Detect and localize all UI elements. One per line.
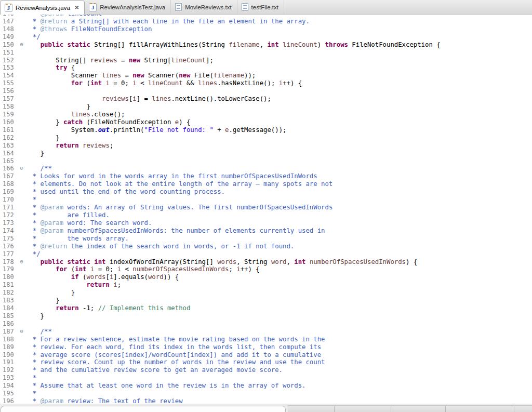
fold-marker-icon[interactable]: ⊖ [18, 258, 25, 266]
line-number[interactable]: 183 [0, 297, 18, 304]
close-icon[interactable]: ✕ [75, 5, 79, 10]
code-line[interactable]: 164 } [0, 150, 532, 157]
line-number[interactable]: 165 [0, 157, 18, 165]
line-number[interactable]: 174 [0, 227, 18, 235]
code-line[interactable]: 186 [0, 320, 532, 328]
code-line[interactable]: 180 if (words[i].equals(word)) { [0, 273, 532, 281]
tab-reviewanalysis-java[interactable]: JReviewAnalysis.java✕ [0, 0, 85, 15]
code-line[interactable]: 155 for (int i = 0; i < lineCount && lin… [0, 79, 532, 87]
line-number[interactable]: 176 [0, 243, 18, 250]
line-number[interactable]: 184 [0, 304, 18, 312]
line-number[interactable]: 186 [0, 320, 18, 328]
line-number[interactable]: 194 [0, 382, 18, 390]
code-line[interactable]: 157 reviews[i] = lines.nextLine().toLowe… [0, 95, 532, 103]
code-line[interactable]: 154 Scanner lines = new Scanner(new File… [0, 72, 532, 79]
line-number[interactable]: 178 [0, 258, 18, 266]
code-line[interactable]: 159 lines.close(); [0, 111, 532, 118]
line-number[interactable]: 173 [0, 219, 18, 227]
code-line[interactable]: 190 * average score (scores[index]/wordC… [0, 351, 532, 359]
line-number[interactable]: 167 [0, 172, 18, 180]
line-number[interactable]: 166 [0, 165, 18, 172]
line-number[interactable]: 180 [0, 273, 18, 281]
code-line[interactable]: 147 * @return a String[] with each line … [0, 18, 532, 25]
code-line[interactable]: 171 * @param words: An array of String v… [0, 204, 532, 211]
code-line[interactable]: 194 * Assume that at least one word in t… [0, 382, 532, 390]
line-number[interactable]: 158 [0, 103, 18, 111]
line-number[interactable]: 175 [0, 235, 18, 243]
line-number[interactable]: 151 [0, 49, 18, 57]
code-line[interactable]: 174 * @param numberOfSpacesUsedInWords: … [0, 227, 532, 235]
line-number[interactable]: 149 [0, 33, 18, 41]
line-number[interactable]: 162 [0, 134, 18, 142]
code-line[interactable]: 168 * elements. Do not look at the entir… [0, 180, 532, 188]
line-number[interactable]: 163 [0, 142, 18, 150]
fold-marker-icon[interactable]: ⊖ [18, 41, 25, 49]
code-line[interactable]: 166⊖ /** [0, 165, 532, 172]
code-line[interactable]: 169 * used until the end of the word cou… [0, 188, 532, 196]
line-number[interactable]: 192 [0, 366, 18, 374]
code-line[interactable]: 163 return reviews; [0, 142, 532, 150]
tab-reviewanalysistest-java[interactable]: JReviewAnalysisTest.java [85, 0, 171, 14]
line-number[interactable]: 193 [0, 374, 18, 382]
fold-marker-icon[interactable]: ⊖ [18, 328, 25, 336]
code-line[interactable]: 162 } [0, 134, 532, 142]
code-line[interactable]: 182 } [0, 289, 532, 297]
code-line[interactable]: 151 [0, 49, 532, 57]
code-line[interactable]: 192 * and the cumulative review score to… [0, 366, 532, 374]
line-number[interactable]: 181 [0, 281, 18, 289]
line-number[interactable]: 164 [0, 150, 18, 157]
code-line[interactable]: 179 for (int i = 0; i < numberOfSpacesUs… [0, 265, 532, 273]
code-line[interactable]: 150⊖ public static String[] fillArrayWit… [0, 41, 532, 49]
code-line[interactable]: 185 } [0, 312, 532, 320]
code-line[interactable]: 175 * the words array. [0, 235, 532, 243]
line-number[interactable]: 150 [0, 41, 18, 49]
line-number[interactable]: 177 [0, 250, 18, 258]
code-line[interactable]: 176 * @return the index of the search wo… [0, 243, 532, 250]
line-number[interactable]: 147 [0, 18, 18, 25]
line-number[interactable]: 172 [0, 211, 18, 219]
line-number[interactable]: 182 [0, 289, 18, 297]
line-number[interactable]: 188 [0, 336, 18, 343]
code-line[interactable]: 177 */ [0, 250, 532, 258]
code-line[interactable]: 184 return -1; // Implement this method [0, 304, 532, 312]
code-line[interactable]: 172 * are filled. [0, 211, 532, 219]
code-line[interactable]: 188 * For a review sentence, estimate th… [0, 336, 532, 343]
code-line[interactable]: 152 String[] reviews = new String[lineCo… [0, 57, 532, 64]
code-line[interactable]: 173 * @param word: The search word. [0, 219, 532, 227]
code-line[interactable]: 181 return i; [0, 281, 532, 289]
code-line[interactable]: 191 * review score. Count up the number … [0, 358, 532, 366]
tab-moviereviews-txt[interactable]: MovieReviews.txt [171, 0, 237, 14]
code-line[interactable]: 165 [0, 157, 532, 165]
code-line[interactable]: 149 */ [0, 33, 532, 41]
line-number[interactable]: 160 [0, 118, 18, 126]
line-number[interactable]: 156 [0, 87, 18, 95]
code-line[interactable]: 161 System.out.println("File not found: … [0, 126, 532, 134]
line-number[interactable]: 195 [0, 390, 18, 397]
line-number[interactable]: 154 [0, 72, 18, 79]
code-line[interactable]: 167 * Looks for word in the words array … [0, 172, 532, 180]
line-number[interactable]: 170 [0, 196, 18, 204]
line-number[interactable]: 157 [0, 95, 18, 103]
code-line[interactable]: 160 } catch (FileNotFoundException e) { [0, 118, 532, 126]
line-number[interactable]: 191 [0, 358, 18, 366]
code-line[interactable]: 170 * [0, 196, 532, 204]
line-number[interactable]: 189 [0, 343, 18, 351]
line-number[interactable]: 153 [0, 64, 18, 72]
line-number[interactable]: 169 [0, 188, 18, 196]
line-number[interactable]: 148 [0, 25, 18, 33]
code-line[interactable]: 178⊖ public static int indexOfWordInArra… [0, 258, 532, 266]
line-number[interactable]: 171 [0, 204, 18, 211]
line-number[interactable]: 168 [0, 180, 18, 188]
code-line[interactable]: 193 * [0, 374, 532, 382]
line-number[interactable]: 155 [0, 79, 18, 87]
code-line[interactable]: 189 * review. For each word, find its in… [0, 343, 532, 351]
line-number[interactable]: 159 [0, 111, 18, 118]
line-number[interactable]: 185 [0, 312, 18, 320]
line-number[interactable]: 190 [0, 351, 18, 359]
code-line[interactable]: 187⊖ /** [0, 328, 532, 336]
line-number[interactable]: 152 [0, 57, 18, 64]
code-line[interactable]: 183 } [0, 297, 532, 304]
line-number[interactable]: 161 [0, 126, 18, 134]
code-editor[interactable]: 146 * @param lineCount147 * @return a St… [0, 15, 532, 404]
line-number[interactable]: 179 [0, 265, 18, 273]
